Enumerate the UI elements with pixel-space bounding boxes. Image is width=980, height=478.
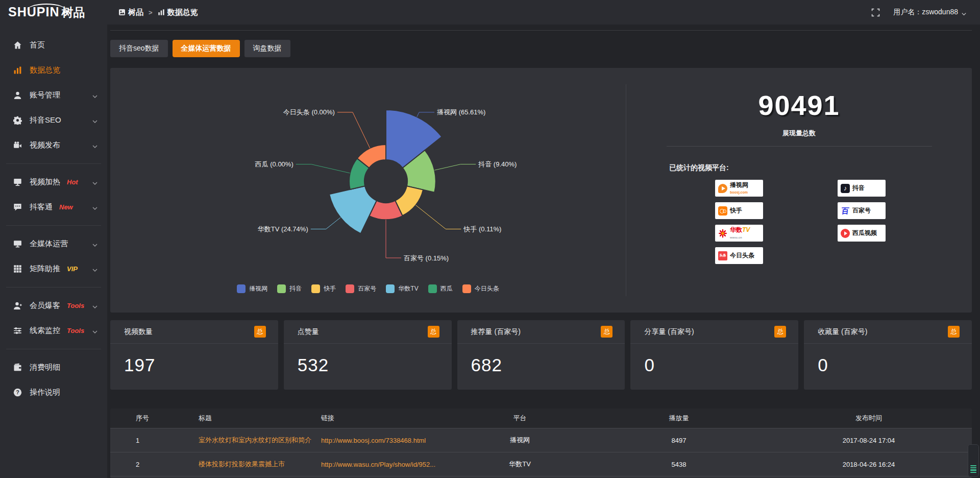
breadcrumb-root[interactable]: 树品 — [118, 8, 143, 17]
legend-item-百家号[interactable]: 百家号 — [346, 284, 376, 293]
total-impressions-value: 90491 — [626, 89, 972, 121]
platform-chip-播视网: 播视网boosj.com — [715, 180, 763, 197]
pie-slice-华数TV[interactable] — [329, 186, 377, 233]
summary-panel: 90491 展现量总数 已统计的视频平台: 播视网boosj.com快手华数TV… — [626, 68, 972, 313]
chevron-down-icon — [92, 204, 98, 210]
stat-card-2: 推荐量 (百家号)总682 — [457, 320, 625, 390]
platform-name: 华数TVwasu.cn — [730, 227, 750, 240]
sidebar-item-15[interactable]: 消费明细 — [0, 355, 107, 380]
sidebar-item-2[interactable]: 账号管理 — [0, 83, 107, 108]
sidebar-item-12[interactable]: 会员爆客Tools — [0, 293, 107, 318]
legend-item-华数TV[interactable]: 华数TV — [386, 284, 418, 293]
platform-sub: boosj.com — [730, 190, 748, 194]
chevron-down-icon — [92, 266, 98, 272]
platform-column-right: ♪抖音百百家号西瓜视频 — [838, 180, 886, 242]
chevron-down-icon — [92, 117, 98, 124]
col-header: 播放量 — [592, 414, 766, 423]
total-impressions-caption: 展现量总数 — [626, 129, 972, 138]
legend-item-西瓜[interactable]: 西瓜 — [428, 284, 453, 293]
sidebar-item-16[interactable]: ?操作说明 — [0, 380, 107, 405]
cell-index: 1 — [134, 437, 197, 444]
chart-panel: 播视网 (65.61%)抖音 (9.40%)快手 (0.11%)百家号 (0.1… — [110, 68, 972, 313]
cell-title-link[interactable]: 室外水纹灯和室内水纹灯的区别和简介 — [197, 436, 319, 445]
member-icon — [13, 301, 22, 310]
chevron-down-icon — [961, 10, 967, 16]
user-menu[interactable]: 用户名：zswodun88 — [893, 8, 967, 17]
total-badge: 总 — [948, 326, 960, 338]
breadcrumb-current[interactable]: 数据总览 — [158, 8, 198, 17]
help-icon: ? — [13, 388, 22, 397]
platforms-label: 已统计的视频平台: — [669, 163, 972, 173]
legend-label: 今日头条 — [475, 284, 499, 293]
sidebar-item-badge: New — [59, 203, 73, 211]
legend-label: 百家号 — [358, 284, 376, 293]
platform-chip-抖音: ♪抖音 — [838, 180, 886, 197]
fullscreen-icon[interactable] — [871, 8, 880, 17]
sidebar-item-4[interactable]: 视频发布 — [0, 133, 107, 158]
tab-0[interactable]: 抖音seo数据 — [110, 40, 168, 57]
sidebar: 首页数据总览账号管理抖音SEO视频发布视频加热Hot抖客通New全媒体运营矩阵助… — [0, 25, 107, 478]
pie-label-line — [415, 205, 461, 229]
user-icon — [13, 91, 22, 100]
pie-label-快手: 快手 (0.11%) — [463, 225, 501, 233]
pie-label-抖音: 抖音 (9.40%) — [478, 160, 517, 168]
platform-name: 百家号 — [852, 207, 871, 214]
sidebar-item-7[interactable]: 抖客通New — [0, 195, 107, 220]
sidebar-item-0[interactable]: 首页 — [0, 33, 107, 58]
legend-swatch — [311, 284, 320, 293]
main-content: 抖音seo数据全媒体运营数据询盘数据 播视网 (65.61%)抖音 (9.40%… — [107, 25, 980, 478]
stat-card-value: 532 — [284, 344, 452, 375]
platform-chip-西瓜视频: 西瓜视频 — [838, 225, 886, 242]
stat-card-value: 0 — [630, 344, 798, 375]
stat-card-label: 视频数量 — [124, 327, 153, 337]
floating-helper-widget[interactable] — [968, 444, 979, 477]
total-badge: 总 — [428, 326, 439, 338]
total-badge: 总 — [601, 326, 612, 338]
sidebar-item-1[interactable]: 数据总览 — [0, 58, 107, 83]
stat-cards-row: 视频数量总197点赞量总532推荐量 (百家号)总682分享量 (百家号)总0收… — [110, 320, 972, 390]
filter-icon — [13, 326, 22, 335]
sidebar-item-10[interactable]: 矩阵助推VIP — [0, 256, 107, 281]
cell-title-link[interactable]: 楼体投影灯投影效果震撼上市 — [197, 460, 319, 469]
legend-item-播视网[interactable]: 播视网 — [237, 284, 267, 293]
col-header: 标题 — [197, 414, 319, 423]
sidebar-item-label: 操作说明 — [30, 388, 60, 397]
top-bar: SHUPIN 树品 树品 > 数据总览 用户名：zswodun88 — [0, 0, 980, 25]
tab-1[interactable]: 全媒体运营数据 — [173, 40, 240, 57]
legend-item-今日头条[interactable]: 今日头条 — [462, 284, 499, 293]
cell-url-link[interactable]: http://www.boosj.com/7338468.html — [319, 437, 448, 444]
sidebar-item-label: 抖客通 — [30, 202, 53, 212]
stat-card-label: 点赞量 — [298, 327, 319, 337]
sidebar-item-label: 首页 — [30, 40, 45, 50]
app-logo[interactable]: SHUPIN 树品 — [0, 5, 107, 20]
sidebar-item-badge: Tools — [67, 302, 84, 309]
legend-swatch — [346, 284, 354, 293]
sidebar-item-13[interactable]: 线索监控Tools — [0, 318, 107, 343]
legend-item-快手[interactable]: 快手 — [311, 284, 336, 293]
stat-card-label: 分享量 (百家号) — [644, 327, 694, 337]
cell-url-link[interactable]: http://www.wasu.cn/Play/show/id/952... — [319, 461, 448, 468]
platform-name: 快手 — [730, 207, 742, 214]
sidebar-item-badge: Tools — [67, 327, 84, 334]
table-row-2: 2楼体投影灯投影效果震撼上市http://www.wasu.cn/Play/sh… — [110, 452, 972, 476]
sidebar-item-label: 视频发布 — [30, 140, 60, 150]
video-icon — [13, 141, 22, 150]
platform-chip-今日头条: 头条今日头条 — [715, 247, 763, 264]
baijia-logo-icon: 百 — [841, 206, 850, 216]
stat-card-head: 点赞量总 — [284, 320, 452, 344]
pie-label-line — [337, 112, 370, 148]
breadcrumb-root-label: 树品 — [128, 8, 143, 17]
platform-sub: wasu.cn — [730, 236, 742, 239]
sidebar-item-3[interactable]: 抖音SEO — [0, 108, 107, 133]
topbar-right: 用户名：zswodun88 — [871, 8, 980, 17]
tab-2[interactable]: 询盘数据 — [244, 40, 290, 57]
pie-label-line — [417, 112, 434, 117]
col-header: 链接 — [319, 414, 448, 423]
sidebar-item-9[interactable]: 全媒体运营 — [0, 231, 107, 256]
total-badge: 总 — [254, 326, 266, 338]
stat-card-3: 分享量 (百家号)总0 — [630, 320, 798, 390]
home-icon — [13, 41, 22, 50]
legend-item-抖音[interactable]: 抖音 — [277, 284, 302, 293]
sidebar-item-6[interactable]: 视频加热Hot — [0, 170, 107, 195]
pie-chart-canvas[interactable]: 播视网 (65.61%)抖音 (9.40%)快手 (0.11%)百家号 (0.1… — [110, 68, 626, 282]
